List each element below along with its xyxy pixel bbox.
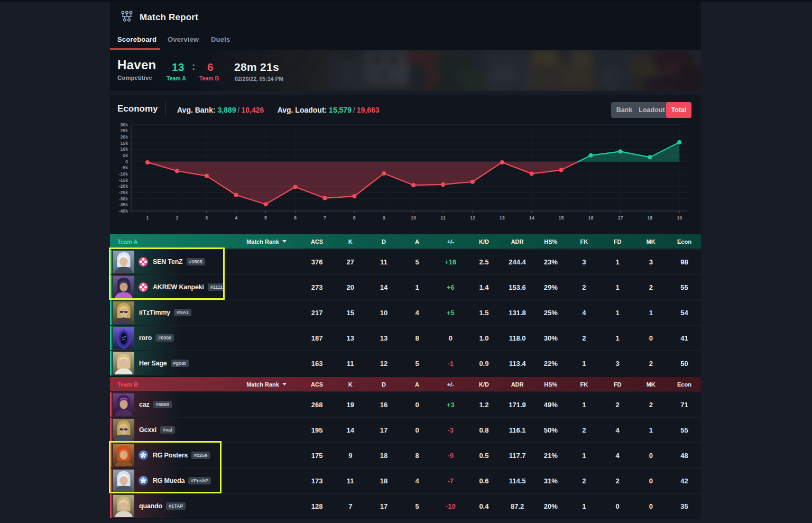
column-header-fk[interactable]: FK: [567, 238, 601, 245]
player-row-rg-posters[interactable]: RG Posters#22591759188-90.5117.721%14048: [110, 442, 701, 467]
column-header-hs[interactable]: HS%: [534, 238, 567, 245]
stat-adr: 87.2: [501, 502, 534, 510]
stat-adr: 117.7: [501, 452, 534, 460]
column-header-acs[interactable]: ACS: [300, 238, 334, 245]
column-header-adr[interactable]: ADR: [501, 238, 534, 245]
player-name-cell: RG Mueda#PushP: [110, 469, 233, 493]
y-tick-label: -20k: [119, 183, 128, 189]
x-tick-label: 10: [411, 215, 416, 221]
stat-mk: 0: [634, 334, 668, 342]
player-row-sen-tenz[interactable]: SEN TenZ#050537627115+162.5244.423%31398: [110, 249, 701, 274]
column-header-fd[interactable]: FD: [601, 238, 634, 245]
player-row-caz[interactable]: caz#686926819160+31.2171.949%12271: [110, 391, 701, 417]
stat-fk: 2: [567, 334, 601, 342]
stat-fd: 0: [601, 502, 634, 510]
stat-adr: 244.4: [501, 258, 534, 266]
stat-acs: 175: [300, 452, 334, 460]
column-header-kd[interactable]: K/D: [467, 381, 501, 388]
loadout-toggle-button[interactable]: Loadout: [638, 102, 666, 118]
player-name[interactable]: roro: [139, 334, 152, 342]
stat-kd: 1.2: [467, 401, 501, 409]
column-header-acs[interactable]: ACS: [300, 381, 334, 388]
bank-toggle-button[interactable]: Bank: [611, 102, 638, 118]
total-toggle-button[interactable]: Total: [666, 102, 691, 118]
stat-: +6: [434, 283, 467, 291]
stat-econ: 71: [668, 401, 701, 409]
player-name[interactable]: AKREW Kanpeki: [153, 283, 204, 291]
column-header-econ[interactable]: Econ: [668, 381, 701, 388]
tab-overview[interactable]: Overview: [168, 35, 199, 43]
stat-econ: 55: [668, 283, 701, 291]
stat-econ: 55: [668, 426, 701, 434]
tab-duels[interactable]: Duels: [211, 35, 230, 43]
column-header-[interactable]: +/-: [434, 238, 467, 245]
player-name[interactable]: iiTzTimmy: [139, 309, 170, 316]
y-tick-label: -40k: [119, 208, 128, 214]
stat-kd: 0.6: [467, 477, 501, 485]
player-name[interactable]: RG Posters: [153, 452, 188, 459]
team-accent-bar: [110, 494, 112, 518]
stat-econ: 35: [668, 502, 701, 510]
stat-mk: 2: [634, 360, 668, 368]
stat-hs: 25%: [534, 309, 567, 317]
match-rank-column-header[interactable]: Match Rank: [233, 381, 300, 388]
column-header-mk[interactable]: MK: [634, 381, 668, 388]
column-header-hs[interactable]: HS%: [534, 381, 567, 388]
tab-scoreboard[interactable]: Scoreboard: [117, 35, 156, 43]
stat-: +16: [434, 258, 467, 266]
stat-acs: 376: [300, 258, 334, 266]
stat-d: 13: [367, 334, 400, 342]
stat-econ: 98: [668, 258, 701, 266]
y-tick-label: -25k: [119, 190, 128, 195]
stat-a: 4: [401, 477, 434, 485]
column-header-d[interactable]: D: [367, 238, 400, 245]
column-header-k[interactable]: K: [334, 381, 367, 388]
player-name[interactable]: Gcxxi: [139, 426, 156, 434]
stat-a: 5: [401, 502, 434, 510]
avg-loadout-team-b: 19,663: [357, 106, 380, 114]
stat-: -9: [434, 452, 467, 460]
player-name[interactable]: Her Sage: [139, 360, 167, 367]
player-name[interactable]: SEN TenZ: [153, 258, 183, 265]
player-name[interactable]: RG Mueda: [153, 477, 184, 484]
agent-avatar: [113, 276, 134, 298]
x-tick-label: 18: [647, 215, 652, 221]
stat-a: 8: [401, 452, 434, 460]
avg-bank: Avg. Bank: 3,889/10,426: [177, 106, 264, 114]
column-header-fd[interactable]: FD: [601, 381, 634, 388]
stat-fk: 2: [567, 283, 601, 291]
column-header-fk[interactable]: FK: [567, 381, 601, 388]
team-a-score-label: Team A: [167, 75, 186, 81]
player-tag-badge: #0000: [155, 334, 174, 342]
player-row-roro[interactable]: roro#00001871313801.0118.030%21041: [110, 325, 701, 350]
column-header-a[interactable]: A: [401, 238, 434, 245]
separator: /: [352, 106, 357, 114]
column-header-kd[interactable]: K/D: [467, 238, 501, 245]
player-name[interactable]: caz: [139, 401, 150, 408]
match-rank-column-header[interactable]: Match Rank: [233, 238, 300, 245]
stat-adr: 114.5: [501, 477, 534, 485]
column-header-mk[interactable]: MK: [634, 238, 668, 245]
stat-adr: 118.0: [501, 334, 534, 342]
player-row-akrew-kanpeki[interactable]: AKREW Kanpeki#111127320141+61.4153.629%2…: [110, 274, 701, 299]
column-header-adr[interactable]: ADR: [501, 381, 534, 388]
agent-avatar-sage: [113, 352, 134, 374]
column-header-econ[interactable]: Econ: [668, 238, 701, 245]
column-header-[interactable]: +/-: [434, 381, 467, 388]
player-row-gcxxi[interactable]: Gcxxi#val19514170-30.8116.150%24155: [110, 417, 701, 442]
avg-bank-label: Avg. Bank:: [177, 106, 216, 114]
player-row-her-sage[interactable]: Her Sage#goat16311125-10.9113.422%13250: [110, 350, 701, 375]
column-header-k[interactable]: K: [334, 238, 367, 245]
x-tick-label: 5: [264, 215, 267, 221]
stat-acs: 173: [300, 477, 334, 485]
player-row-quando[interactable]: quando#1TAP1287175-100.487.220%10035: [110, 493, 701, 518]
org-logo-sen: [139, 282, 148, 292]
player-name[interactable]: quando: [139, 502, 162, 510]
column-header-d[interactable]: D: [367, 381, 400, 388]
player-row-iitztimmy[interactable]: iiTzTimmy#NA121715104+51.5131.825%41154: [110, 299, 701, 325]
stat-: +5: [434, 309, 467, 317]
team-b-score-label: Team B: [199, 75, 219, 81]
player-row-rg-mueda[interactable]: RG Mueda#PushP17311184-70.6114.531%22042: [110, 467, 701, 493]
stat-hs: 30%: [534, 334, 567, 342]
column-header-a[interactable]: A: [401, 381, 434, 388]
